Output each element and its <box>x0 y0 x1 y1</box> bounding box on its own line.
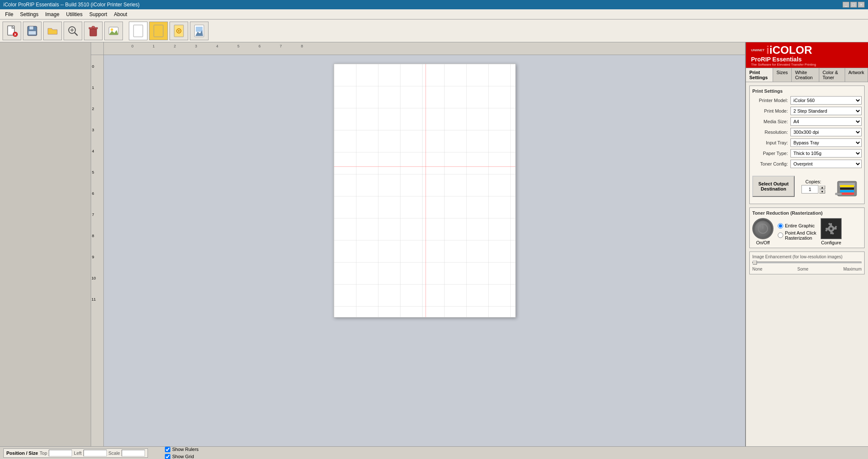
resolution-select[interactable]: 300x300 dpi <box>790 128 862 136</box>
svg-point-21 <box>178 30 180 32</box>
crosshair-vertical <box>426 64 426 317</box>
paper-type-row: Paper Type: Thick to 105g <box>752 149 862 158</box>
preview-page-button[interactable] <box>170 22 188 40</box>
ruler-h-content: 0 1 2 3 4 5 6 7 8 <box>104 42 745 55</box>
print-settings-section: Print Settings Printer Model: iColor 560… <box>749 86 865 204</box>
point-click-radio[interactable] <box>778 232 783 238</box>
ruler-v-7: 7 <box>92 213 94 217</box>
ruler-v-3: 3 <box>92 128 94 132</box>
paper-type-select[interactable]: Thick to 105g <box>790 149 862 158</box>
yellow-page-button[interactable] <box>149 22 168 40</box>
ruler-mark-1: 1 <box>153 44 155 48</box>
product-name: ProRIP Essentials <box>751 56 863 63</box>
tab-white-creation[interactable]: White Creation <box>792 68 819 82</box>
resolution-label: Resolution: <box>752 130 790 135</box>
canvas-content[interactable] <box>104 55 745 446</box>
svg-rect-28 <box>840 190 854 192</box>
bottom-bar: Position / Size Top Left Scale Show Rule… <box>0 446 868 459</box>
uniinet-label: UNIINET <box>751 48 765 52</box>
svg-rect-17 <box>134 25 143 37</box>
printer-model-select[interactable]: iColor 560 <box>790 96 862 105</box>
zoom-button[interactable] <box>64 22 82 40</box>
print-mode-select[interactable]: 2 Step Standard <box>790 107 862 115</box>
toner-reduction-title: Toner Reduction (Rasterization) <box>752 210 862 216</box>
menu-utilities[interactable]: Utilities <box>63 11 86 18</box>
select-output-button[interactable]: Select OutputDestination <box>752 176 795 197</box>
copies-down-button[interactable]: ▼ <box>819 190 825 194</box>
product-subtitle: The Software for Elevated Transfer Print… <box>751 63 863 66</box>
enhancement-title: Image Enhancement (for low-resolution im… <box>752 254 862 259</box>
top-input[interactable] <box>49 450 72 456</box>
minimize-button[interactable]: _ <box>843 2 849 8</box>
ruler-mark-3: 3 <box>195 44 197 48</box>
configure-group: Configure <box>821 218 842 245</box>
right-panel: UNIINET iiCOLOR ProRIP Essentials The So… <box>745 42 868 446</box>
tab-color-toner[interactable]: Color & Toner <box>819 68 845 82</box>
open-button[interactable] <box>43 22 62 40</box>
ruler-mark-0: 0 <box>131 44 134 48</box>
show-rulers-row: Show Rulers <box>165 447 198 452</box>
show-grid-checkbox[interactable] <box>165 454 170 459</box>
save-button[interactable] <box>23 22 42 40</box>
media-size-select[interactable]: A4 <box>790 117 862 126</box>
menu-image[interactable]: Image <box>42 11 63 18</box>
menu-about[interactable]: About <box>111 11 131 18</box>
tab-sizes[interactable]: Sizes <box>773 68 792 82</box>
svg-line-8 <box>75 33 78 36</box>
configure-button[interactable] <box>821 218 842 239</box>
copies-group: Copies: ▲ ▼ <box>801 179 825 194</box>
svg-rect-30 <box>840 185 854 187</box>
toner-config-select[interactable]: Overprint <box>790 160 862 168</box>
menu-support[interactable]: Support <box>86 11 111 18</box>
title-text: iColor ProRIP Essentials -- Build 3510 (… <box>3 2 843 8</box>
canvas-area[interactable]: 0 1 2 3 4 5 6 7 8 0 1 2 3 4 5 6 7 8 9 10… <box>91 42 745 446</box>
toner-reduction-content: On/Off Entire Graphic Point And ClickRas… <box>752 218 862 245</box>
show-grid-label: Show Grid <box>172 454 194 459</box>
svg-text:×: × <box>14 32 17 37</box>
svg-rect-29 <box>840 193 854 195</box>
printer-model-row: Printer Model: iColor 560 <box>752 96 862 105</box>
menu-file[interactable]: File <box>2 11 17 18</box>
close-button[interactable]: × <box>858 2 865 8</box>
svg-rect-31 <box>835 193 842 195</box>
image-page-button[interactable] <box>190 22 209 40</box>
left-input[interactable] <box>83 450 107 456</box>
ruler-v-8: 8 <box>92 234 94 238</box>
ruler-mark-4: 4 <box>216 44 218 48</box>
slider-none: None <box>752 267 762 271</box>
horizontal-ruler: 0 1 2 3 4 5 6 7 8 <box>104 42 745 55</box>
position-size-group: Position / Size Top Left Scale <box>3 448 148 458</box>
svg-rect-5 <box>29 26 33 30</box>
entire-graphic-row: Entire Graphic <box>778 223 816 229</box>
new-file-button[interactable]: × <box>3 22 21 40</box>
slider-some: Some <box>797 267 808 271</box>
resolution-row: Resolution: 300x300 dpi <box>752 128 862 136</box>
printer-model-label: Printer Model: <box>752 98 790 103</box>
show-grid-row: Show Grid <box>165 454 198 459</box>
media-size-row: Media Size: A4 <box>752 117 862 126</box>
radio-group: Entire Graphic Point And ClickRasterizat… <box>778 223 816 241</box>
white-page-button[interactable] <box>129 22 147 40</box>
svg-rect-27 <box>840 188 854 190</box>
image-button[interactable] <box>104 22 123 40</box>
delete-button[interactable] <box>84 22 103 40</box>
menu-settings[interactable]: Settings <box>17 11 42 18</box>
input-tray-row: Input Tray: Bypass Tray <box>752 138 862 147</box>
copies-up-button[interactable]: ▲ <box>819 185 825 189</box>
power-button[interactable] <box>752 218 773 239</box>
show-rulers-checkbox[interactable] <box>165 447 170 452</box>
ruler-v-6: 6 <box>92 191 94 196</box>
ruler-mark-8: 8 <box>301 44 303 48</box>
entire-graphic-radio[interactable] <box>778 223 783 229</box>
svg-rect-23 <box>196 27 203 32</box>
tab-artwork[interactable]: Artwork <box>845 68 868 82</box>
vertical-ruler: 0 1 2 3 4 5 6 7 8 9 10 11 <box>91 55 104 446</box>
maximize-button[interactable]: □ <box>850 2 857 8</box>
enhancement-slider-thumb[interactable] <box>753 260 757 265</box>
input-tray-select[interactable]: Bypass Tray <box>790 138 862 147</box>
tab-print-settings[interactable]: Print Settings <box>746 68 773 82</box>
scale-input[interactable] <box>122 450 145 456</box>
copies-input[interactable] <box>801 185 818 194</box>
ruler-v-1: 1 <box>92 86 94 90</box>
toner-config-label: Toner Config: <box>752 161 790 166</box>
